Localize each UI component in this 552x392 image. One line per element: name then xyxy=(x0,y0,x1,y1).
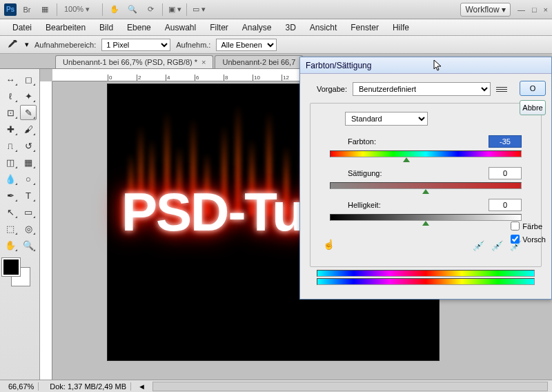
options-label-aufnehm: Aufnehm.: xyxy=(176,41,210,49)
zoom-readout[interactable]: 66,67% xyxy=(4,382,39,391)
dialog-title-bar[interactable]: Farbton/Sättigung xyxy=(300,57,551,74)
eyedropper-icon[interactable]: 💉 xyxy=(473,240,484,251)
slider-thumb[interactable] xyxy=(422,221,429,226)
menu-auswahl[interactable]: Auswahl xyxy=(158,21,203,35)
hue-row: Farbton: xyxy=(323,135,529,157)
separator xyxy=(162,3,163,16)
lightness-row: Helligkeit: xyxy=(323,199,529,221)
restore-icon[interactable]: □ xyxy=(532,6,537,14)
foreground-color[interactable] xyxy=(2,258,20,276)
ps-logo: Ps xyxy=(4,3,17,16)
screen-mode-icon[interactable]: ▭ ▾ xyxy=(191,3,206,17)
menu-3d[interactable]: 3D xyxy=(279,21,303,35)
saturation-label: Sättigung: xyxy=(348,169,382,177)
colorize-checkbox[interactable]: Färbe xyxy=(511,222,546,231)
ok-button[interactable]: O xyxy=(520,81,546,96)
vertical-ruler xyxy=(40,81,52,380)
rotate-icon[interactable]: ⟳ xyxy=(143,3,158,17)
hue-slider[interactable] xyxy=(330,150,522,157)
edit-select[interactable]: Standard xyxy=(345,112,428,126)
saturation-input[interactable] xyxy=(489,167,522,179)
preset-label: Vorgabe: xyxy=(310,85,347,93)
doc-size[interactable]: Dok: 1,37 MB/2,49 MB xyxy=(46,382,131,391)
minimize-icon[interactable]: — xyxy=(518,6,525,14)
tab-label: Unbenannt-2 bei 66,7 xyxy=(222,58,295,66)
dodge-tool[interactable]: ○ xyxy=(20,171,37,186)
color-swatches[interactable] xyxy=(2,258,30,286)
zoom-tool[interactable]: 🔍 xyxy=(20,237,37,253)
close-icon[interactable]: × xyxy=(201,58,206,66)
hand-icon[interactable]: ✋ xyxy=(107,3,122,17)
eraser-tool[interactable]: ◫ xyxy=(2,155,19,170)
tab-unbenannt-2[interactable]: Unbenannt-2 bei 66,7 xyxy=(215,55,303,68)
blur-tool[interactable]: 💧 xyxy=(2,171,19,186)
tools-palette: ↔ ◻ ℓ ✦ ⊡ ✎ ✚ 🖌 ⎍ ↺ ◫ ▦ 💧 ○ ✒ T ↖ ▭ ⬚ ◎ … xyxy=(0,69,40,380)
menu-bild[interactable]: Bild xyxy=(92,21,120,35)
crop-tool[interactable]: ⊡ xyxy=(2,105,19,120)
separator xyxy=(186,3,187,16)
marquee-tool[interactable]: ◻ xyxy=(20,72,37,87)
eyedropper-add-icon[interactable]: 💉 xyxy=(491,240,503,251)
shape-tool[interactable]: ▭ xyxy=(20,204,37,219)
tab-unbenannt-1[interactable]: Unbenannt-1 bei 66,7% (PSD, RGB/8) *× xyxy=(55,55,213,68)
lightness-slider[interactable] xyxy=(330,214,522,221)
adjustment-panel: Standard Farbton: Sättigung: xyxy=(310,103,542,267)
brush-tool[interactable]: 🖌 xyxy=(20,121,37,137)
menu-analyse[interactable]: Analyse xyxy=(235,21,279,35)
menu-hilfe[interactable]: Hilfe xyxy=(386,21,416,35)
eyedropper-icon[interactable] xyxy=(6,38,19,52)
menu-filter[interactable]: Filter xyxy=(203,21,235,35)
menu-datei[interactable]: Datei xyxy=(6,21,39,35)
preview-checkbox[interactable]: Vorsch xyxy=(511,235,546,244)
aufnehm-select[interactable]: Alle Ebenen xyxy=(216,39,277,51)
application-bar: Ps Br ▦ 100% ▾ ✋ 🔍 ⟳ ▣ ▾ ▭ ▾ Workflow ▾ … xyxy=(0,0,552,19)
menu-ebene[interactable]: Ebene xyxy=(120,21,158,35)
film-icon[interactable]: ▦ xyxy=(37,3,52,17)
preset-menu-icon[interactable] xyxy=(496,84,507,95)
menu-fenster[interactable]: Fenster xyxy=(344,21,386,35)
saturation-row: Sättigung: xyxy=(323,167,529,189)
slider-thumb[interactable] xyxy=(403,157,410,162)
zoom-select[interactable]: 100% ▾ xyxy=(61,3,98,15)
bridge-icon[interactable]: Br xyxy=(19,3,34,17)
options-label-aufnahmebereich: Aufnahmebereich: xyxy=(34,41,96,49)
hue-strips xyxy=(317,270,535,285)
wand-tool[interactable]: ✦ xyxy=(20,88,37,104)
lasso-tool[interactable]: ℓ xyxy=(2,88,19,104)
heal-tool[interactable]: ✚ xyxy=(2,121,19,137)
hue-input[interactable] xyxy=(489,135,522,148)
close-icon[interactable]: × xyxy=(544,6,548,14)
status-bar: 66,67% Dok: 1,37 MB/2,49 MB ◄ xyxy=(0,380,552,392)
hand-tool[interactable]: ✋ xyxy=(2,237,19,253)
eyedropper-tool[interactable]: ✎ xyxy=(20,105,37,120)
separator xyxy=(102,3,103,16)
dialog-body: O Abbre Vorgabe: Benutzerdefiniert Stand… xyxy=(300,74,551,299)
cursor-icon xyxy=(433,59,443,72)
path-tool[interactable]: ↖ xyxy=(2,204,19,219)
cancel-button[interactable]: Abbre xyxy=(520,100,546,115)
arrange-icon[interactable]: ▣ ▾ xyxy=(167,3,182,17)
3d-tool[interactable]: ⬚ xyxy=(2,221,19,236)
lightness-label: Helligkeit: xyxy=(348,201,381,209)
3d-camera-tool[interactable]: ◎ xyxy=(20,221,37,236)
slider-thumb[interactable] xyxy=(422,189,429,194)
history-brush-tool[interactable]: ↺ xyxy=(20,138,37,153)
glove-icon[interactable]: ☝ xyxy=(323,239,335,250)
horizontal-scrollbar[interactable] xyxy=(152,382,548,391)
menu-bearbeiten[interactable]: Bearbeiten xyxy=(39,21,92,35)
menu-ansicht[interactable]: Ansicht xyxy=(303,21,344,35)
zoom-icon[interactable]: 🔍 xyxy=(125,3,140,17)
type-tool[interactable]: T xyxy=(20,188,37,203)
aufnahmebereich-select[interactable]: 1 Pixel xyxy=(101,39,170,51)
pen-tool[interactable]: ✒ xyxy=(2,188,19,203)
gradient-tool[interactable]: ▦ xyxy=(20,155,37,170)
move-tool[interactable]: ↔ xyxy=(2,72,19,87)
saturation-slider[interactable] xyxy=(330,182,522,189)
preset-select[interactable]: Benutzerdefiniert xyxy=(353,82,491,96)
stamp-tool[interactable]: ⎍ xyxy=(2,138,19,153)
lightness-input[interactable] xyxy=(489,199,522,211)
workspace-button[interactable]: Workflow ▾ xyxy=(460,3,510,17)
scroll-left[interactable]: ◄ xyxy=(138,382,146,391)
dialog-title: Farbton/Sättigung xyxy=(306,61,371,70)
hue-strip-bottom xyxy=(317,278,535,285)
